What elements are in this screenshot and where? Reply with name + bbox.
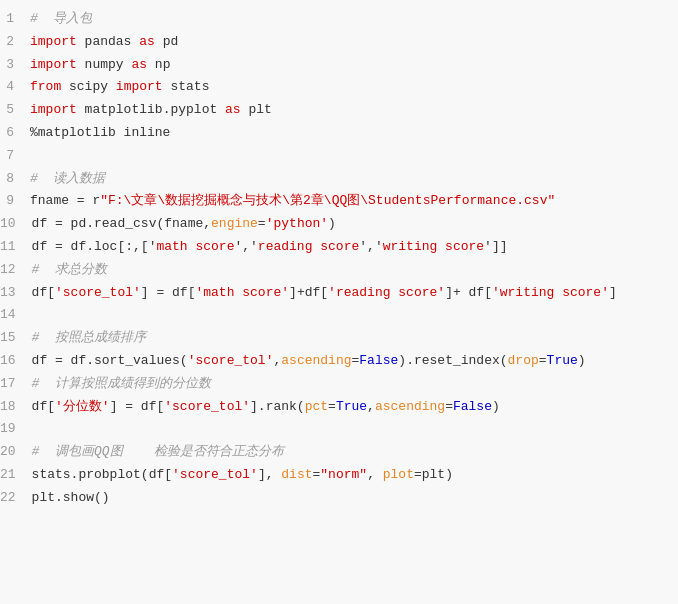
code-line-20: 20 # 调包画QQ图 检验是否符合正态分布 [0, 441, 678, 464]
line-num-12: 12 [0, 260, 32, 281]
line-content-22: plt.show() [32, 488, 678, 509]
line-num-13: 13 [0, 283, 32, 304]
line-num-8: 8 [0, 169, 30, 190]
line-content-21: stats.probplot(df['score_tol'], dist="no… [32, 465, 678, 486]
line-num-11: 11 [0, 237, 32, 258]
line-num-10: 10 [0, 214, 32, 235]
line-content-18: df['分位数'] = df['score_tol'].rank(pct=Tru… [32, 397, 678, 418]
line-num-9: 9 [0, 191, 30, 212]
code-line-4: 4 from scipy import stats [0, 76, 678, 99]
line-num-4: 4 [0, 77, 30, 98]
line-content-9: fname = r"F:\文章\数据挖掘概念与技术\第2章\QQ图\Studen… [30, 191, 678, 212]
code-line-21: 21 stats.probplot(df['score_tol'], dist=… [0, 464, 678, 487]
code-line-5: 5 import matplotlib.pyplot as plt [0, 99, 678, 122]
code-line-12: 12 # 求总分数 [0, 259, 678, 282]
line-num-6: 6 [0, 123, 30, 144]
line-content-17: # 计算按照成绩得到的分位数 [32, 374, 678, 395]
line-num-16: 16 [0, 351, 32, 372]
line-num-14: 14 [0, 305, 32, 326]
code-line-9: 9 fname = r"F:\文章\数据挖掘概念与技术\第2章\QQ图\Stud… [0, 190, 678, 213]
code-line-18: 18 df['分位数'] = df['score_tol'].rank(pct=… [0, 396, 678, 419]
line-content-8: # 读入数据 [30, 169, 678, 190]
line-content-6: %matplotlib inline [30, 123, 678, 144]
line-content-10: df = pd.read_csv(fname,engine='python') [32, 214, 678, 235]
code-line-1: 1 # 导入包 [0, 8, 678, 31]
line-content-16: df = df.sort_values('score_tol',ascendin… [32, 351, 678, 372]
line-num-20: 20 [0, 442, 32, 463]
line-content-12: # 求总分数 [32, 260, 678, 281]
line-num-3: 3 [0, 55, 30, 76]
line-num-2: 2 [0, 32, 30, 53]
code-line-13: 13 df['score_tol'] = df['math score']+df… [0, 282, 678, 305]
code-line-6: 6 %matplotlib inline [0, 122, 678, 145]
code-line-19: 19 [0, 418, 678, 441]
code-line-8: 8 # 读入数据 [0, 168, 678, 191]
line-num-5: 5 [0, 100, 30, 121]
line-content-1: # 导入包 [30, 9, 678, 30]
line-num-1: 1 [0, 9, 30, 30]
line-content-3: import numpy as np [30, 55, 678, 76]
code-line-2: 2 import pandas as pd [0, 31, 678, 54]
line-num-17: 17 [0, 374, 32, 395]
code-line-3: 3 import numpy as np [0, 54, 678, 77]
line-num-18: 18 [0, 397, 32, 418]
line-num-19: 19 [0, 419, 32, 440]
code-line-17: 17 # 计算按照成绩得到的分位数 [0, 373, 678, 396]
kw-import: import [30, 34, 77, 49]
code-line-15: 15 # 按照总成绩排序 [0, 327, 678, 350]
comment: # 导入包 [30, 11, 92, 26]
code-editor: 1 # 导入包 2 import pandas as pd 3 import n… [0, 0, 678, 604]
line-content-15: # 按照总成绩排序 [32, 328, 678, 349]
line-content-11: df = df.loc[:,['math score','reading sco… [32, 237, 678, 258]
kw-as: as [139, 34, 155, 49]
line-content-20: # 调包画QQ图 检验是否符合正态分布 [32, 442, 678, 463]
line-num-7: 7 [0, 146, 30, 167]
code-line-7: 7 [0, 145, 678, 168]
line-content-5: import matplotlib.pyplot as plt [30, 100, 678, 121]
code-line-14: 14 [0, 304, 678, 327]
line-num-15: 15 [0, 328, 32, 349]
code-line-11: 11 df = df.loc[:,['math score','reading … [0, 236, 678, 259]
line-content-4: from scipy import stats [30, 77, 678, 98]
line-content-13: df['score_tol'] = df['math score']+df['r… [32, 283, 678, 304]
line-num-22: 22 [0, 488, 32, 509]
line-content-2: import pandas as pd [30, 32, 678, 53]
code-line-22: 22 plt.show() [0, 487, 678, 510]
code-line-10: 10 df = pd.read_csv(fname,engine='python… [0, 213, 678, 236]
line-num-21: 21 [0, 465, 32, 486]
code-line-16: 16 df = df.sort_values('score_tol',ascen… [0, 350, 678, 373]
